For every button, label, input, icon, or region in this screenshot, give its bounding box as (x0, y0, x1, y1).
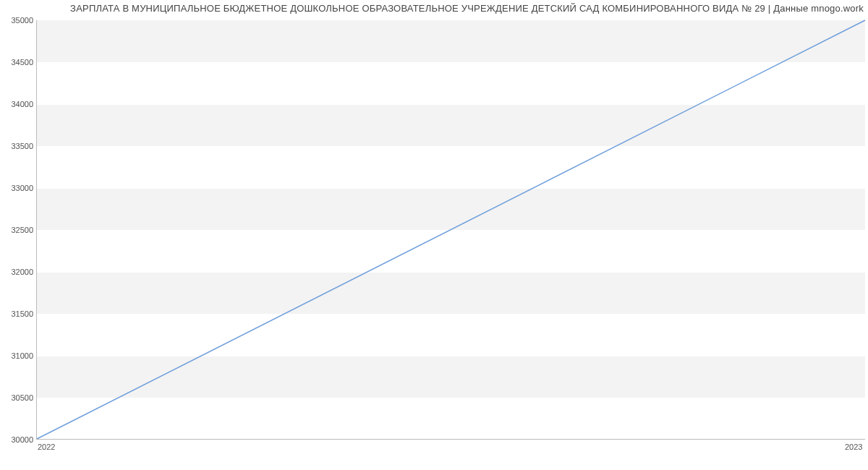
y-tick-label: 32000 (1, 268, 33, 276)
chart-container: ЗАРПЛАТА В МУНИЦИПАЛЬНОЕ БЮДЖЕТНОЕ ДОШКО… (0, 0, 868, 470)
y-tick-label: 34000 (1, 100, 33, 108)
chart-title: ЗАРПЛАТА В МУНИЦИПАЛЬНОЕ БЮДЖЕТНОЕ ДОШКО… (70, 3, 864, 14)
y-tick-label: 30000 (1, 435, 33, 444)
plot-area (36, 20, 865, 440)
y-tick-label: 35000 (1, 16, 33, 25)
line-series (37, 20, 865, 439)
y-tick-label: 34500 (1, 58, 33, 67)
y-tick-label: 32500 (1, 226, 33, 234)
y-tick-label: 31500 (1, 309, 33, 318)
x-tick-label: 2022 (38, 443, 55, 451)
y-tick-label: 31000 (1, 351, 33, 360)
data-line (37, 20, 865, 439)
y-tick-label: 33000 (1, 184, 33, 192)
y-tick-label: 30500 (1, 393, 33, 402)
y-tick-label: 33500 (1, 142, 33, 150)
x-tick-label: 2023 (845, 443, 862, 451)
